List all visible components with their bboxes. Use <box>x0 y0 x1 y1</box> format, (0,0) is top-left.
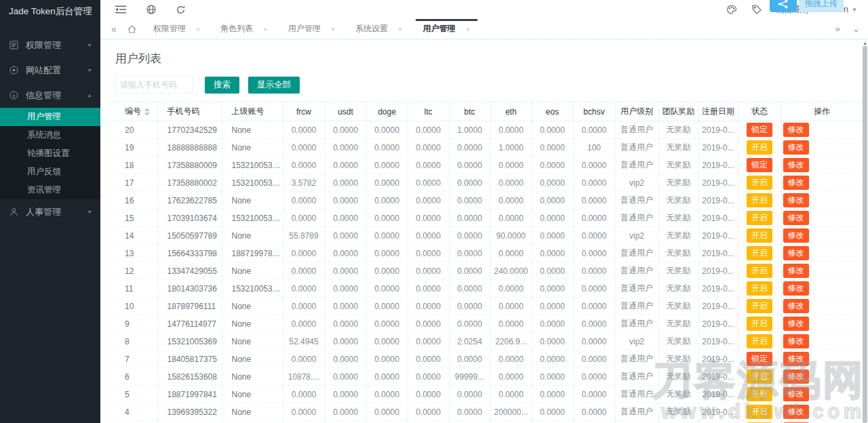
tab-用户管理[interactable]: 用户管理× <box>413 19 480 39</box>
close-icon[interactable]: × <box>331 25 335 33</box>
modify-button[interactable]: 修改 <box>783 387 809 401</box>
cell-id: 4 <box>115 403 157 421</box>
cell-id: 19 <box>115 139 157 157</box>
sidebar-item-info[interactable]: 信息管理▲ <box>0 83 100 108</box>
tab-权限管理[interactable]: 权限管理× <box>143 19 210 39</box>
cell-usdt: 0.0000 <box>325 139 366 157</box>
modify-button[interactable]: 修改 <box>783 193 809 207</box>
modify-button[interactable]: 修改 <box>783 211 809 225</box>
cell-phone: 13347429055 <box>157 262 222 280</box>
close-icon[interactable]: × <box>263 25 267 33</box>
cell-team: 无奖励 <box>658 386 698 403</box>
enable-button[interactable]: 开启 <box>747 211 772 225</box>
theme-palette-icon[interactable] <box>726 5 737 14</box>
enable-button[interactable]: 开启 <box>747 299 772 313</box>
close-icon[interactable]: × <box>398 25 402 33</box>
cell-ltc: 0.0000 <box>408 386 449 403</box>
scrollbar-thumb[interactable] <box>863 46 867 423</box>
enable-button[interactable]: 开启 <box>747 140 772 155</box>
close-icon[interactable]: × <box>466 25 470 33</box>
refresh-icon[interactable] <box>176 5 185 14</box>
sidebar-item-website[interactable]: 网站配置▼ <box>0 58 100 83</box>
scrollbar-up-arrow[interactable]: ▲ <box>863 41 867 46</box>
column-header-label: 用户级别 <box>620 106 653 116</box>
cell-ltc: 0.0000 <box>408 245 449 262</box>
cell-frcw: 0.0000 <box>283 245 325 262</box>
cell-status: 开启 <box>738 209 781 227</box>
tag-icon[interactable] <box>752 5 762 14</box>
fold-menu-icon[interactable] <box>115 5 126 14</box>
content-panel: 用户列表 搜索 显示全部 编号手机号码上级账号frcwusdtdogeltcbt… <box>100 39 868 423</box>
enable-button[interactable]: 开启 <box>747 228 772 243</box>
enable-button[interactable]: 开启 <box>747 405 772 419</box>
enable-button[interactable]: 开启 <box>747 334 772 348</box>
cell-ltc: 0.0000 <box>408 350 449 368</box>
sidebar-item-hr[interactable]: 人事管理▼ <box>0 199 100 224</box>
submenu-item[interactable]: 用户反馈 <box>0 163 100 181</box>
sort-icon[interactable] <box>144 108 150 116</box>
modify-button[interactable]: 修改 <box>783 299 809 313</box>
submenu-item[interactable]: 用户管理 <box>0 108 100 126</box>
sidebar-menu: 权限管理▼网站配置▼信息管理▲用户管理系统消息轮播图设置用户反馈资讯管理人事管理… <box>0 33 100 224</box>
enable-button[interactable]: 开启 <box>747 176 772 190</box>
globe-icon[interactable] <box>146 5 156 14</box>
lock-button[interactable]: 锁定 <box>747 123 772 137</box>
phone-search-input[interactable] <box>115 76 193 94</box>
modify-button[interactable]: 修改 <box>783 176 809 190</box>
enable-button[interactable]: 开启 <box>747 193 772 207</box>
cell-date: 2019-0... <box>698 157 738 174</box>
enable-button[interactable]: 开启 <box>747 246 772 260</box>
cell-level: 普通用户 <box>615 386 658 403</box>
lock-button[interactable]: 锁定 <box>747 352 772 366</box>
home-icon[interactable] <box>122 25 143 33</box>
cell-actions: 修改查看明细... <box>781 262 863 280</box>
share-nodes-icon[interactable] <box>770 0 797 12</box>
close-icon[interactable]: × <box>196 25 200 33</box>
cell-doge: 0.0000 <box>366 298 408 315</box>
modify-button[interactable]: 修改 <box>783 352 809 366</box>
modify-button[interactable]: 修改 <box>783 317 809 331</box>
tabs-scroll-left-icon[interactable]: « <box>106 24 122 35</box>
vertical-scrollbar[interactable]: ▲ <box>862 41 868 423</box>
modify-button[interactable]: 修改 <box>783 228 809 243</box>
tabs-menu-icon[interactable]: ⌄ <box>852 24 860 34</box>
modify-button[interactable]: 修改 <box>783 369 809 384</box>
tab-角色列表[interactable]: 角色列表× <box>210 19 277 39</box>
show-all-button[interactable]: 显示全部 <box>248 77 300 94</box>
modify-button[interactable]: 修改 <box>783 140 809 155</box>
modify-button[interactable]: 修改 <box>783 123 809 137</box>
enable-button[interactable]: 开启 <box>747 281 772 296</box>
modify-button[interactable]: 修改 <box>783 405 809 419</box>
modify-button[interactable]: 修改 <box>783 281 809 296</box>
cell-level: 普通用户 <box>615 209 658 227</box>
cell-team: 无奖励 <box>658 157 698 174</box>
modify-button[interactable]: 修改 <box>783 246 809 260</box>
enable-button[interactable]: 开启 <box>747 317 772 331</box>
submenu-item[interactable]: 资讯管理 <box>0 181 100 199</box>
search-button[interactable]: 搜索 <box>205 77 239 94</box>
tabs-scroll-right-icon[interactable]: » <box>835 24 840 34</box>
submenu-item[interactable]: 轮播图设置 <box>0 144 100 163</box>
modify-button[interactable]: 修改 <box>783 334 809 348</box>
lock-button[interactable]: 锁定 <box>747 158 772 172</box>
tab-系统设置[interactable]: 系统设置× <box>345 19 412 39</box>
drag-upload-widget[interactable]: 拖拽上传 <box>770 0 844 12</box>
cell-parent: None <box>222 121 283 139</box>
column-header-编号: 编号 <box>115 102 157 121</box>
sidebar-item-permission[interactable]: 权限管理▼ <box>0 33 100 58</box>
cell-eos: 0.0000 <box>532 368 573 386</box>
enable-button[interactable]: 开启 <box>747 387 772 401</box>
cell-usdt: 0.0000 <box>325 315 366 333</box>
chevron-down-icon: ▼ <box>87 67 92 73</box>
cell-bchsv: 0.0000 <box>573 174 615 192</box>
enable-button[interactable]: 开启 <box>747 369 772 384</box>
table-row: 815321005369None52.49450.00000.00000.000… <box>115 333 863 350</box>
cell-doge: 0.0000 <box>366 139 408 157</box>
enable-button[interactable]: 开启 <box>747 264 772 278</box>
tab-用户管理[interactable]: 用户管理× <box>278 19 345 39</box>
submenu-item[interactable]: 系统消息 <box>0 126 100 144</box>
modify-button[interactable]: 修改 <box>783 158 809 172</box>
cell-ltc: 0.0000 <box>408 298 449 315</box>
cell-bchsv: 0.0000 <box>573 368 615 386</box>
modify-button[interactable]: 修改 <box>783 264 809 278</box>
